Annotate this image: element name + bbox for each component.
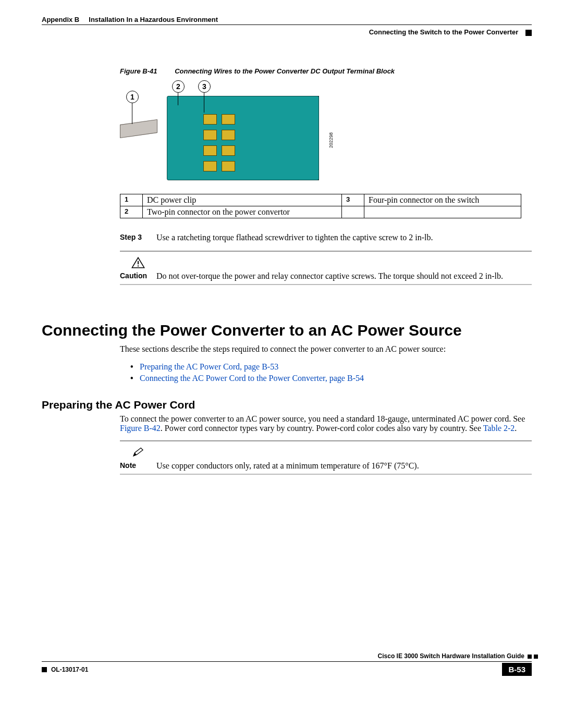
parts-table: 1 DC power clip 3 Four-pin connector on … bbox=[120, 194, 521, 218]
callout-line-icon bbox=[132, 103, 132, 124]
part-desc: DC power clip bbox=[143, 194, 342, 206]
callout-3: 3 bbox=[198, 80, 211, 93]
heading-ac-power-source: Connecting the Power Converter to an AC … bbox=[42, 322, 532, 339]
page-footer: Cisco IE 3000 Switch Hardware Installati… bbox=[42, 652, 532, 676]
dc-power-clip bbox=[120, 119, 157, 138]
note-rule-bottom bbox=[120, 474, 532, 475]
part-num: 1 bbox=[120, 194, 143, 206]
appendix-title: Installation In a Hazardous Environment bbox=[89, 16, 218, 23]
xref-link[interactable]: Figure B-42 bbox=[120, 424, 161, 433]
part-desc: Four-pin connector on the switch bbox=[364, 194, 521, 206]
port-icon bbox=[222, 130, 235, 140]
figure-image-id: 202298 bbox=[328, 132, 334, 148]
step-label: Step 3 bbox=[120, 233, 156, 241]
port-icon bbox=[222, 145, 235, 156]
text: . bbox=[515, 424, 517, 433]
list-item: Preparing the AC Power Cord, page B-53 bbox=[130, 362, 532, 372]
callout-1: 1 bbox=[126, 91, 139, 103]
xref-link[interactable]: Table 2-2 bbox=[483, 424, 515, 433]
table-row: 1 DC power clip 3 Four-pin connector on … bbox=[120, 194, 521, 206]
callout-line-icon bbox=[204, 93, 204, 113]
figure-label: Figure B-41 bbox=[120, 67, 157, 75]
footer-rule bbox=[42, 661, 532, 662]
note-rule-top bbox=[120, 440, 532, 441]
warning-icon bbox=[120, 257, 156, 270]
svg-point-1 bbox=[138, 265, 139, 266]
figure-title: Connecting Wires to the Power Converter … bbox=[175, 67, 395, 75]
device-body bbox=[167, 96, 319, 180]
note-icon bbox=[120, 447, 156, 460]
step-row: Step 3 Use a ratcheting torque flathead … bbox=[120, 233, 532, 242]
xref-link[interactable]: Connecting the AC Power Cord to the Powe… bbox=[140, 374, 364, 382]
appendix-label: Appendix B bbox=[42, 16, 79, 23]
port-icon bbox=[222, 114, 235, 125]
port-icon bbox=[203, 130, 217, 140]
footer-book-title: Cisco IE 3000 Switch Hardware Installati… bbox=[42, 652, 532, 660]
text: To connect the power converter to an AC … bbox=[120, 414, 525, 423]
text: . Power cord connector types vary by cou… bbox=[161, 424, 483, 433]
note-text: Use copper conductors only, rated at a m… bbox=[156, 461, 532, 471]
part-num bbox=[342, 206, 364, 218]
caution-label: Caution bbox=[120, 272, 156, 280]
port-icon bbox=[203, 145, 217, 156]
part-num: 3 bbox=[342, 194, 364, 206]
list-item: Connecting the AC Power Cord to the Powe… bbox=[130, 374, 532, 383]
prep-paragraph: To connect the power converter to an AC … bbox=[120, 414, 532, 433]
caution-rule-bottom bbox=[120, 284, 532, 285]
page-header-left: Appendix B Installation In a Hazardous E… bbox=[42, 16, 532, 24]
intro-paragraph: These sections describe the steps requir… bbox=[120, 344, 532, 354]
port-icon bbox=[203, 161, 217, 171]
xref-link[interactable]: Preparing the AC Power Cord, page B-53 bbox=[140, 362, 278, 371]
link-list: Preparing the AC Power Cord, page B-53 C… bbox=[130, 362, 532, 383]
figure-caption: Figure B-41 Connecting Wires to the Powe… bbox=[120, 67, 532, 75]
page-header-right: Connecting the Switch to the Power Conve… bbox=[42, 25, 532, 36]
callout-2: 2 bbox=[172, 80, 185, 93]
section-title: Connecting the Switch to the Power Conve… bbox=[369, 28, 519, 36]
caution-block: Caution Do not over-torque the power and… bbox=[120, 257, 532, 281]
port-icon bbox=[203, 114, 217, 125]
callout-line-icon bbox=[178, 93, 178, 105]
caution-rule-top bbox=[120, 251, 532, 252]
heading-preparing-ac-cord: Preparing the AC Power Cord bbox=[42, 399, 532, 411]
table-row: 2 Two-pin connector on the power convert… bbox=[120, 206, 521, 218]
parts-table-wrap: 1 DC power clip 3 Four-pin connector on … bbox=[120, 194, 532, 218]
note-label: Note bbox=[120, 461, 156, 470]
part-desc: Two-pin connector on the power convertor bbox=[143, 206, 342, 218]
footer-doc-id: OL-13017-01 bbox=[42, 666, 88, 673]
note-block: Note Use copper conductors only, rated a… bbox=[120, 447, 532, 471]
page-number: B-53 bbox=[502, 663, 532, 676]
caution-text: Do not over-torque the power and relay c… bbox=[156, 272, 532, 281]
port-icon bbox=[222, 161, 235, 171]
step-text: Use a ratcheting torque flathead screwdr… bbox=[156, 233, 532, 242]
part-num: 2 bbox=[120, 206, 143, 218]
figure-illustration: 1 2 3 202298 bbox=[120, 80, 328, 184]
part-desc bbox=[364, 206, 521, 218]
